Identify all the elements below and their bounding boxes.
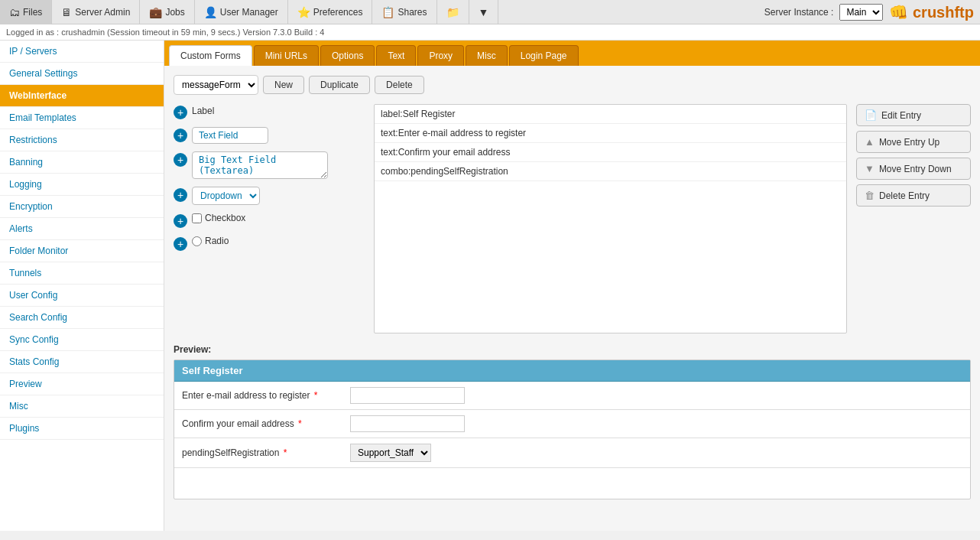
preview-row-1: Enter e-mail address to register * [174, 382, 970, 410]
add-textarea-button[interactable]: + [174, 153, 187, 167]
text-field-type-button[interactable]: Text Field [192, 127, 268, 144]
checkbox-label: Checkbox [205, 213, 245, 223]
files-label: Files [23, 7, 42, 18]
sidebar-item-plugins[interactable]: Plugins [0, 418, 164, 440]
textarea-type-button[interactable]: Big Text Field (Textarea) [192, 151, 328, 179]
dropdown-type-selector[interactable]: Dropdown [192, 187, 260, 205]
add-text-field-button[interactable]: + [174, 128, 187, 142]
user-manager-icon: 👤 [204, 6, 217, 18]
checkbox-preview[interactable] [192, 213, 202, 223]
sidebar-item-email-templates[interactable]: Email Templates [0, 107, 164, 129]
folder-button[interactable]: 📁 [437, 0, 469, 24]
sidebar-item-stats-config[interactable]: Stats Config [0, 351, 164, 373]
shares-icon: 📋 [381, 6, 394, 18]
form-controls-bar: messageForm New Duplicate Delete [174, 75, 971, 95]
sidebar-item-misc[interactable]: Misc [0, 395, 164, 418]
sidebar-item-encryption[interactable]: Encryption [0, 196, 164, 218]
form-area: + Label + Text Field + Big Text Field (T… [174, 104, 971, 333]
sidebar-item-webinterface[interactable]: WebInterface [0, 85, 164, 107]
more-icon: ▼ [479, 6, 489, 18]
files-icon: 🗂 [9, 6, 20, 18]
tab-mini-urls[interactable]: Mini URLs [254, 45, 319, 66]
preview-box: Self Register Enter e-mail address to re… [174, 359, 971, 499]
add-radio-button[interactable]: + [174, 237, 187, 251]
field-row-checkbox: + Checkbox [174, 213, 365, 228]
duplicate-button[interactable]: Duplicate [309, 76, 370, 94]
add-dropdown-button[interactable]: + [174, 188, 187, 202]
main-layout: IP / Servers General Settings WebInterfa… [0, 41, 980, 531]
entry-item-2[interactable]: text:Enter e-mail address to register [375, 124, 846, 143]
radio-label: Radio [205, 236, 229, 246]
sidebar-item-general-settings[interactable]: General Settings [0, 63, 164, 85]
sidebar-item-preview[interactable]: Preview [0, 373, 164, 395]
sidebar-item-logging[interactable]: Logging [0, 174, 164, 196]
files-button[interactable]: 🗂 Files [0, 0, 52, 24]
entry-item-3[interactable]: text:Confirm your email address [375, 143, 846, 162]
dropdown-select[interactable]: Dropdown [193, 187, 259, 204]
sidebar-item-restrictions[interactable]: Restrictions [0, 129, 164, 151]
tab-proxy[interactable]: Proxy [417, 45, 464, 66]
checkbox-type: Checkbox [192, 213, 245, 223]
preferences-button[interactable]: ⭐ Preferences [288, 0, 373, 24]
preview-input-2[interactable] [350, 415, 465, 432]
preview-label: Preview: [174, 344, 971, 355]
sidebar-item-user-config[interactable]: User Config [0, 285, 164, 307]
preview-header: Self Register [174, 360, 970, 382]
tab-options[interactable]: Options [320, 45, 375, 66]
sidebar-item-banning[interactable]: Banning [0, 151, 164, 174]
new-button[interactable]: New [263, 76, 304, 94]
add-checkbox-button[interactable]: + [174, 214, 187, 228]
radio-preview[interactable] [192, 236, 202, 246]
delete-button[interactable]: Delete [375, 76, 424, 94]
jobs-icon: 💼 [149, 6, 162, 18]
preview-empty-area [174, 468, 970, 499]
entry-item-1[interactable]: label:Self Register [375, 105, 846, 124]
tab-login-page[interactable]: Login Page [509, 45, 579, 66]
sidebar-item-tunnels[interactable]: Tunnels [0, 262, 164, 285]
tab-text[interactable]: Text [376, 45, 416, 66]
preview-input-1[interactable] [350, 387, 465, 404]
entry-item-4[interactable]: combo:pendingSelfRegistration [375, 162, 846, 181]
move-up-label: Move Entry Up [879, 137, 939, 148]
radio-type: Radio [192, 236, 229, 246]
sidebar-item-sync-config[interactable]: Sync Config [0, 329, 164, 351]
preview-section: Preview: Self Register Enter e-mail addr… [174, 344, 971, 499]
preview-row-1-label: Enter e-mail address to register * [182, 390, 350, 401]
status-text: Logged in as : crushadmin (Session timeo… [6, 28, 324, 37]
preview-row-2-label: Confirm your email address * [182, 418, 350, 429]
delete-entry-button[interactable]: 🗑 Delete Entry [856, 184, 971, 207]
sidebar-item-alerts[interactable]: Alerts [0, 218, 164, 240]
tab-misc[interactable]: Misc [466, 45, 508, 66]
label-type-text: Label [192, 106, 214, 116]
sidebar-item-ip-servers[interactable]: IP / Servers [0, 41, 164, 63]
more-button[interactable]: ▼ [469, 0, 499, 24]
move-down-button[interactable]: ▼ Move Entry Down [856, 158, 971, 180]
content-area: Custom Forms Mini URLs Options Text Prox… [164, 41, 980, 531]
form-select[interactable]: messageForm [174, 76, 258, 94]
user-manager-label: User Manager [220, 7, 278, 18]
move-up-button[interactable]: ▲ Move Entry Up [856, 131, 971, 153]
jobs-label: Jobs [165, 7, 184, 18]
jobs-button[interactable]: 💼 Jobs [140, 0, 194, 24]
server-instance-label: Server Instance : [764, 7, 834, 18]
shares-button[interactable]: 📋 Shares [372, 0, 436, 24]
preferences-label: Preferences [313, 7, 363, 18]
server-instance-select[interactable]: Main [839, 4, 883, 21]
preview-select-1[interactable]: Support_Staff [350, 444, 431, 462]
user-manager-button[interactable]: 👤 User Manager [195, 0, 288, 24]
move-up-icon: ▲ [865, 136, 875, 148]
delete-entry-icon: 🗑 [865, 190, 875, 201]
server-instance-area: Server Instance : Main 👊 crushftp [764, 3, 980, 21]
form-selector[interactable]: messageForm [174, 75, 258, 95]
field-palette: + Label + Text Field + Big Text Field (T… [174, 104, 365, 333]
tab-custom-forms[interactable]: Custom Forms [169, 45, 252, 66]
sidebar-item-search-config[interactable]: Search Config [0, 307, 164, 329]
sidebar-item-folder-monitor[interactable]: Folder Monitor [0, 240, 164, 262]
server-admin-button[interactable]: 🖥 Server Admin [52, 0, 140, 24]
field-row-label: + Label [174, 104, 365, 119]
move-down-label: Move Entry Down [879, 164, 952, 174]
required-star-2: * [298, 418, 302, 429]
field-row-radio: + Radio [174, 236, 365, 251]
edit-entry-button[interactable]: 📄 Edit Entry [856, 104, 971, 126]
add-label-button[interactable]: + [174, 106, 187, 119]
